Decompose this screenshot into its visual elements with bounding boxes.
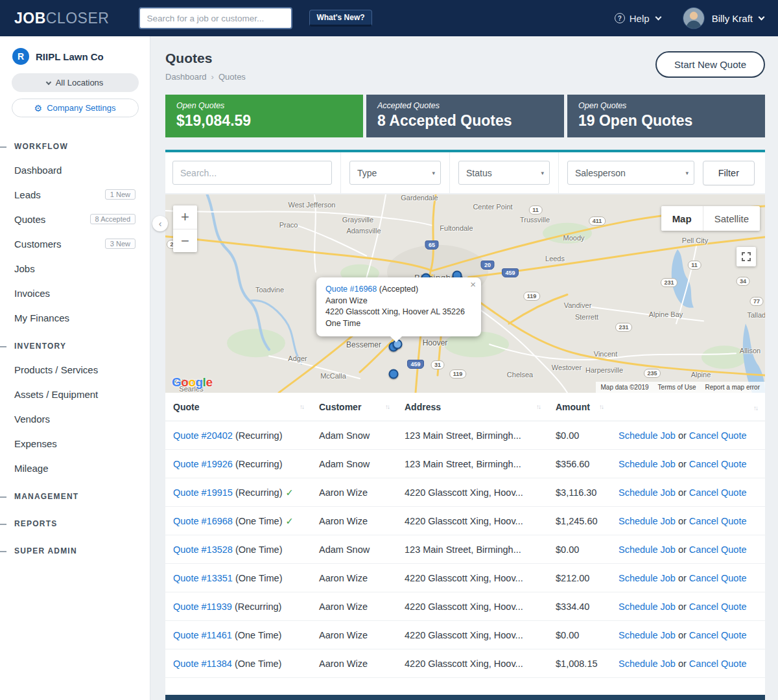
sidebar-item-expenses[interactable]: Expenses <box>0 431 150 456</box>
quote-link[interactable]: Quote #20402 <box>173 430 233 441</box>
cancel-quote-link[interactable]: Cancel Quote <box>689 573 747 583</box>
sidebar-item-leads[interactable]: Leads 1 New <box>0 182 150 207</box>
fullscreen-icon <box>742 252 751 261</box>
zoom-in-button[interactable]: + <box>173 205 197 229</box>
cancel-quote-link[interactable]: Cancel Quote <box>689 544 747 555</box>
sidebar-section: MANAGEMENT <box>0 480 150 508</box>
quote-link[interactable]: Quote #19915 <box>173 487 233 498</box>
breadcrumb-dashboard-link[interactable]: Dashboard <box>165 72 207 82</box>
col-header-quote[interactable]: Quote↑↓ <box>165 393 311 421</box>
report-map-error-link[interactable]: Report a map error <box>705 384 760 391</box>
sidebar-item-dashboard[interactable]: Dashboard <box>0 158 150 182</box>
schedule-job-link[interactable]: Schedule Job <box>619 601 676 612</box>
customer-cell: Aaron Wize <box>311 507 397 535</box>
help-menu[interactable]: ? Help <box>615 13 661 24</box>
fullscreen-button[interactable] <box>737 247 756 266</box>
zoom-out-button[interactable]: − <box>173 229 197 252</box>
quote-link[interactable]: Quote #13528 <box>173 544 233 555</box>
cancel-quote-link[interactable]: Cancel Quote <box>689 516 747 526</box>
collapse-panel-button[interactable]: ‹ <box>152 216 168 231</box>
schedule-job-link[interactable]: Schedule Job <box>619 430 676 441</box>
sidebar-item-jobs[interactable]: Jobs <box>0 256 150 281</box>
actions-cell: Schedule Job or Cancel Quote <box>611 421 765 450</box>
salesperson-select[interactable]: Salesperson <box>567 161 694 185</box>
company-settings-button[interactable]: ⚙ Company Settings <box>12 99 139 117</box>
schedule-job-link[interactable]: Schedule Job <box>619 487 676 498</box>
map-marker[interactable] <box>389 369 399 379</box>
sidebar-item-customers[interactable]: Customers 3 New <box>0 231 150 256</box>
schedule-job-link[interactable]: Schedule Job <box>619 659 676 669</box>
cancel-quote-link[interactable]: Cancel Quote <box>689 487 747 498</box>
app-logo[interactable]: JOBCLOSER <box>14 10 109 27</box>
sidebar-item-label: Invoices <box>14 288 50 299</box>
stat-card: Accepted Quotes 8 Accepted Quotes <box>366 95 564 137</box>
chevron-down-icon <box>45 79 51 84</box>
user-menu[interactable]: Billy Kraft <box>712 13 764 24</box>
schedule-job-link[interactable]: Schedule Job <box>619 544 676 555</box>
cancel-quote-link[interactable]: Cancel Quote <box>689 459 747 469</box>
cancel-quote-link[interactable]: Cancel Quote <box>689 601 747 612</box>
sidebar-item-products-services[interactable]: Products / Services <box>0 357 150 382</box>
user-avatar[interactable] <box>683 7 705 29</box>
schedule-job-link[interactable]: Schedule Job <box>619 516 676 526</box>
breadcrumb-separator: › <box>211 72 214 82</box>
status-select[interactable]: Status <box>458 161 550 185</box>
close-icon[interactable]: × <box>470 279 476 289</box>
sidebar-section: REPORTS <box>0 508 150 535</box>
sidebar-item-mileage[interactable]: Mileage <box>0 456 150 480</box>
schedule-job-link[interactable]: Schedule Job <box>619 573 676 583</box>
schedule-job-link[interactable]: Schedule Job <box>619 459 676 469</box>
sidebar-item-my-finances[interactable]: My Finances <box>0 305 150 330</box>
whats-new-button[interactable]: What's New? <box>309 10 371 27</box>
global-search-input[interactable] <box>139 7 292 29</box>
divider <box>449 152 450 193</box>
quote-link[interactable]: Quote #16968 <box>173 516 233 526</box>
accepted-check-icon: ✓ <box>285 516 293 526</box>
sidebar-item-vendors[interactable]: Vendors <box>0 406 150 431</box>
cancel-quote-link[interactable]: Cancel Quote <box>689 659 747 669</box>
sort-icon[interactable]: ↑↓ <box>599 403 603 410</box>
user-name: Billy Kraft <box>712 13 753 24</box>
sidebar-item-label: My Finances <box>14 312 69 323</box>
cancel-quote-link[interactable]: Cancel Quote <box>689 630 747 640</box>
schedule-job-link[interactable]: Schedule Job <box>619 630 676 640</box>
type-select[interactable]: Type <box>349 161 441 185</box>
table-footer-bar <box>165 695 765 700</box>
company-header[interactable]: R RIIPL Lawn Co <box>0 48 150 65</box>
sort-icon[interactable]: ↑↓ <box>300 403 303 410</box>
salesperson-select-wrap: Salesperson ▾ <box>567 161 694 185</box>
all-locations-dropdown[interactable]: All Locations <box>12 73 139 92</box>
sidebar-item-label: Assets / Equipment <box>14 389 98 400</box>
quote-link[interactable]: Quote #16968 <box>325 285 377 294</box>
quote-link[interactable]: Quote #13351 <box>173 573 233 583</box>
satellite-view-button[interactable]: Satellite <box>703 206 760 231</box>
col-header-customer[interactable]: Customer↑↓ <box>311 393 397 421</box>
map-view-button[interactable]: Map <box>661 206 703 231</box>
col-header-actions[interactable]: ↑↓ <box>611 393 765 421</box>
quote-link[interactable]: Quote #19926 <box>173 459 233 469</box>
nav-badge: 1 New <box>105 189 136 200</box>
quote-link[interactable]: Quote #11939 <box>173 601 232 612</box>
sidebar-item-assets-equipment[interactable]: Assets / Equipment <box>0 382 150 406</box>
terms-of-use-link[interactable]: Terms of Use <box>658 384 696 391</box>
sort-icon[interactable]: ↑↓ <box>536 403 540 410</box>
sidebar-item-invoices[interactable]: Invoices <box>0 281 150 305</box>
breadcrumb-current: Quotes <box>218 72 246 82</box>
quote-link[interactable]: Quote #11384 <box>173 659 232 669</box>
quotes-search-input[interactable] <box>172 161 332 185</box>
filter-button[interactable]: Filter <box>703 161 755 185</box>
map-canvas[interactable]: GardendaleWest JeffersonCenter PointTrus… <box>165 194 765 393</box>
col-header-amount[interactable]: Amount↑↓ <box>548 393 611 421</box>
start-new-quote-button[interactable]: Start New Quote <box>655 51 765 78</box>
col-header-address[interactable]: Address↑↓ <box>397 393 548 421</box>
info-window-frequency: One Time <box>325 318 472 330</box>
sort-icon[interactable]: ↑↓ <box>753 404 757 412</box>
sidebar: R RIIPL Lawn Co All Locations ⚙ Company … <box>0 36 150 700</box>
info-window-address: 4220 Glasscott Xing, Hoover AL 35226 <box>325 307 472 318</box>
sort-icon[interactable]: ↑↓ <box>385 403 389 410</box>
quote-type: (One Time) <box>235 516 283 526</box>
sidebar-item-quotes[interactable]: Quotes 8 Accepted <box>0 207 150 231</box>
cancel-quote-link[interactable]: Cancel Quote <box>689 430 747 441</box>
quote-link[interactable]: Quote #11461 <box>173 630 232 640</box>
sidebar-item-label: Leads <box>14 189 41 200</box>
